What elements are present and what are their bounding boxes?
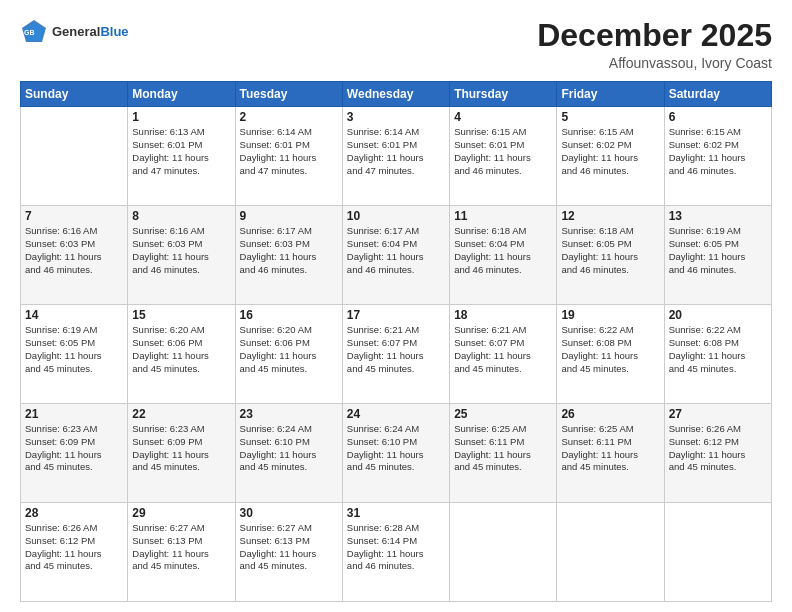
day-number: 5 (561, 110, 659, 124)
calendar-table: SundayMondayTuesdayWednesdayThursdayFrid… (20, 81, 772, 602)
logo: GB GeneralBlue (20, 18, 129, 46)
calendar-header-friday: Friday (557, 82, 664, 107)
calendar-cell: 11Sunrise: 6:18 AMSunset: 6:04 PMDayligh… (450, 206, 557, 305)
day-info: Sunrise: 6:27 AMSunset: 6:13 PMDaylight:… (240, 522, 338, 573)
day-number: 3 (347, 110, 445, 124)
calendar-header-wednesday: Wednesday (342, 82, 449, 107)
day-info: Sunrise: 6:16 AMSunset: 6:03 PMDaylight:… (132, 225, 230, 276)
svg-text:GB: GB (24, 29, 35, 36)
month-title: December 2025 (537, 18, 772, 53)
calendar-cell: 3Sunrise: 6:14 AMSunset: 6:01 PMDaylight… (342, 107, 449, 206)
calendar-cell: 23Sunrise: 6:24 AMSunset: 6:10 PMDayligh… (235, 404, 342, 503)
day-info: Sunrise: 6:24 AMSunset: 6:10 PMDaylight:… (240, 423, 338, 474)
day-number: 13 (669, 209, 767, 223)
day-info: Sunrise: 6:23 AMSunset: 6:09 PMDaylight:… (132, 423, 230, 474)
calendar-cell: 8Sunrise: 6:16 AMSunset: 6:03 PMDaylight… (128, 206, 235, 305)
day-info: Sunrise: 6:14 AMSunset: 6:01 PMDaylight:… (240, 126, 338, 177)
day-number: 23 (240, 407, 338, 421)
day-number: 12 (561, 209, 659, 223)
calendar-header-saturday: Saturday (664, 82, 771, 107)
calendar-cell: 28Sunrise: 6:26 AMSunset: 6:12 PMDayligh… (21, 503, 128, 602)
day-info: Sunrise: 6:20 AMSunset: 6:06 PMDaylight:… (240, 324, 338, 375)
day-info: Sunrise: 6:17 AMSunset: 6:04 PMDaylight:… (347, 225, 445, 276)
day-info: Sunrise: 6:18 AMSunset: 6:05 PMDaylight:… (561, 225, 659, 276)
day-info: Sunrise: 6:16 AMSunset: 6:03 PMDaylight:… (25, 225, 123, 276)
calendar-cell (557, 503, 664, 602)
calendar-cell: 2Sunrise: 6:14 AMSunset: 6:01 PMDaylight… (235, 107, 342, 206)
day-number: 6 (669, 110, 767, 124)
day-number: 31 (347, 506, 445, 520)
day-number: 2 (240, 110, 338, 124)
day-number: 29 (132, 506, 230, 520)
day-info: Sunrise: 6:17 AMSunset: 6:03 PMDaylight:… (240, 225, 338, 276)
calendar-cell: 4Sunrise: 6:15 AMSunset: 6:01 PMDaylight… (450, 107, 557, 206)
calendar-header-sunday: Sunday (21, 82, 128, 107)
logo-blue: Blue (100, 24, 128, 39)
calendar-cell: 14Sunrise: 6:19 AMSunset: 6:05 PMDayligh… (21, 305, 128, 404)
calendar-cell: 15Sunrise: 6:20 AMSunset: 6:06 PMDayligh… (128, 305, 235, 404)
day-number: 21 (25, 407, 123, 421)
day-number: 22 (132, 407, 230, 421)
calendar-cell: 13Sunrise: 6:19 AMSunset: 6:05 PMDayligh… (664, 206, 771, 305)
day-info: Sunrise: 6:19 AMSunset: 6:05 PMDaylight:… (25, 324, 123, 375)
day-number: 17 (347, 308, 445, 322)
day-number: 9 (240, 209, 338, 223)
day-number: 1 (132, 110, 230, 124)
day-number: 16 (240, 308, 338, 322)
calendar-week-4: 21Sunrise: 6:23 AMSunset: 6:09 PMDayligh… (21, 404, 772, 503)
calendar-cell: 29Sunrise: 6:27 AMSunset: 6:13 PMDayligh… (128, 503, 235, 602)
calendar-cell: 6Sunrise: 6:15 AMSunset: 6:02 PMDaylight… (664, 107, 771, 206)
day-number: 8 (132, 209, 230, 223)
day-number: 30 (240, 506, 338, 520)
calendar-cell (450, 503, 557, 602)
calendar-week-3: 14Sunrise: 6:19 AMSunset: 6:05 PMDayligh… (21, 305, 772, 404)
day-number: 10 (347, 209, 445, 223)
calendar-cell: 7Sunrise: 6:16 AMSunset: 6:03 PMDaylight… (21, 206, 128, 305)
day-info: Sunrise: 6:25 AMSunset: 6:11 PMDaylight:… (454, 423, 552, 474)
calendar-cell: 22Sunrise: 6:23 AMSunset: 6:09 PMDayligh… (128, 404, 235, 503)
calendar-cell: 16Sunrise: 6:20 AMSunset: 6:06 PMDayligh… (235, 305, 342, 404)
calendar-week-1: 1Sunrise: 6:13 AMSunset: 6:01 PMDaylight… (21, 107, 772, 206)
day-info: Sunrise: 6:13 AMSunset: 6:01 PMDaylight:… (132, 126, 230, 177)
day-number: 4 (454, 110, 552, 124)
calendar-week-2: 7Sunrise: 6:16 AMSunset: 6:03 PMDaylight… (21, 206, 772, 305)
day-number: 19 (561, 308, 659, 322)
calendar-cell: 25Sunrise: 6:25 AMSunset: 6:11 PMDayligh… (450, 404, 557, 503)
calendar-header-thursday: Thursday (450, 82, 557, 107)
day-number: 28 (25, 506, 123, 520)
page: GB GeneralBlue December 2025 Affounvasso… (0, 0, 792, 612)
day-number: 25 (454, 407, 552, 421)
calendar-cell: 12Sunrise: 6:18 AMSunset: 6:05 PMDayligh… (557, 206, 664, 305)
day-number: 24 (347, 407, 445, 421)
day-info: Sunrise: 6:15 AMSunset: 6:02 PMDaylight:… (561, 126, 659, 177)
logo-general: General (52, 24, 100, 39)
calendar-week-5: 28Sunrise: 6:26 AMSunset: 6:12 PMDayligh… (21, 503, 772, 602)
header: GB GeneralBlue December 2025 Affounvasso… (20, 18, 772, 71)
day-info: Sunrise: 6:26 AMSunset: 6:12 PMDaylight:… (669, 423, 767, 474)
calendar-cell: 17Sunrise: 6:21 AMSunset: 6:07 PMDayligh… (342, 305, 449, 404)
calendar-cell: 31Sunrise: 6:28 AMSunset: 6:14 PMDayligh… (342, 503, 449, 602)
day-info: Sunrise: 6:25 AMSunset: 6:11 PMDaylight:… (561, 423, 659, 474)
calendar-cell: 30Sunrise: 6:27 AMSunset: 6:13 PMDayligh… (235, 503, 342, 602)
calendar-header-tuesday: Tuesday (235, 82, 342, 107)
day-info: Sunrise: 6:22 AMSunset: 6:08 PMDaylight:… (669, 324, 767, 375)
day-info: Sunrise: 6:14 AMSunset: 6:01 PMDaylight:… (347, 126, 445, 177)
day-number: 18 (454, 308, 552, 322)
location-title: Affounvassou, Ivory Coast (537, 55, 772, 71)
day-info: Sunrise: 6:15 AMSunset: 6:02 PMDaylight:… (669, 126, 767, 177)
calendar-cell: 5Sunrise: 6:15 AMSunset: 6:02 PMDaylight… (557, 107, 664, 206)
day-info: Sunrise: 6:18 AMSunset: 6:04 PMDaylight:… (454, 225, 552, 276)
calendar-header-monday: Monday (128, 82, 235, 107)
day-info: Sunrise: 6:19 AMSunset: 6:05 PMDaylight:… (669, 225, 767, 276)
calendar-cell: 26Sunrise: 6:25 AMSunset: 6:11 PMDayligh… (557, 404, 664, 503)
day-info: Sunrise: 6:22 AMSunset: 6:08 PMDaylight:… (561, 324, 659, 375)
calendar-cell: 19Sunrise: 6:22 AMSunset: 6:08 PMDayligh… (557, 305, 664, 404)
day-number: 11 (454, 209, 552, 223)
day-number: 27 (669, 407, 767, 421)
calendar-cell: 9Sunrise: 6:17 AMSunset: 6:03 PMDaylight… (235, 206, 342, 305)
day-info: Sunrise: 6:28 AMSunset: 6:14 PMDaylight:… (347, 522, 445, 573)
day-info: Sunrise: 6:27 AMSunset: 6:13 PMDaylight:… (132, 522, 230, 573)
calendar-cell: 10Sunrise: 6:17 AMSunset: 6:04 PMDayligh… (342, 206, 449, 305)
day-number: 7 (25, 209, 123, 223)
day-info: Sunrise: 6:24 AMSunset: 6:10 PMDaylight:… (347, 423, 445, 474)
